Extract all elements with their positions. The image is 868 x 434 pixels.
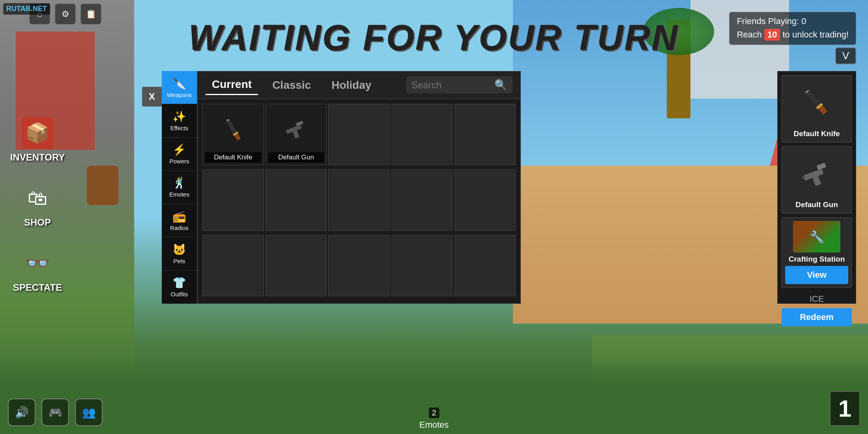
bg-barrel — [87, 166, 118, 205]
main-title: WAITING FOR YOUR TURN — [189, 18, 679, 58]
svg-rect-8 — [806, 90, 820, 107]
level-badge: 10 — [764, 29, 780, 41]
item-slot-6[interactable] — [202, 169, 264, 231]
right-item-gun[interactable]: Default Gun — [782, 146, 852, 213]
tab-holiday[interactable]: Holiday — [325, 76, 378, 95]
category-effects[interactable]: ✨ Effects — [162, 104, 197, 137]
category-radios[interactable]: 📻 Radios — [162, 204, 197, 237]
spectate-label: SPECTATE — [13, 282, 62, 293]
history-button[interactable]: 📋 — [80, 3, 102, 25]
item-slot-4[interactable] — [391, 104, 453, 165]
right-knife-name: Default Knife — [793, 129, 840, 138]
category-sidebar: 🔪 Weapons ✨ Effects ⚡ Powers 🕺 Emotes 📻 … — [162, 71, 197, 304]
ice-label: ICE — [810, 294, 824, 304]
crafting-station-image: 🔧 — [793, 221, 840, 253]
right-knife-image — [793, 80, 840, 127]
top-right-info: Friends Playing: 0 Reach 10 to unlock tr… — [729, 12, 856, 45]
player-badge: V — [835, 47, 856, 64]
search-box: 🔍 — [406, 77, 513, 94]
item-slot-11[interactable] — [202, 235, 264, 296]
knife-image — [219, 107, 247, 152]
item-default-gun[interactable]: Default Gun — [266, 104, 327, 165]
crafting-station-box: 🔧 Crafting Station View — [782, 217, 852, 288]
effects-icon: ✨ — [172, 110, 186, 123]
svg-rect-13 — [816, 163, 826, 170]
category-powers[interactable]: ⚡ Powers — [162, 138, 197, 171]
category-pets[interactable]: 🐱 Pets — [162, 237, 197, 270]
sidebar-item-shop[interactable]: 🛍 SHOP — [8, 176, 67, 235]
tabs-row: Current Classic Holiday 🔍 — [198, 71, 520, 99]
effects-label: Effects — [170, 125, 189, 131]
bottom-center-emotes: 2 Emotes — [419, 408, 449, 430]
item-slot-12[interactable] — [266, 235, 327, 296]
right-gun-name: Default Gun — [795, 200, 838, 209]
right-item-knife[interactable]: Default Knife — [782, 75, 852, 142]
item-slot-8[interactable] — [328, 169, 390, 231]
outfits-label: Outfits — [171, 291, 188, 297]
category-emotes[interactable]: 🕺 Emotes — [162, 171, 197, 204]
tab-classic[interactable]: Classic — [266, 76, 317, 95]
shop-icon: 🛍 — [22, 182, 53, 214]
item-slot-3[interactable] — [328, 104, 390, 165]
item-name-knife: Default Knife — [205, 152, 261, 163]
item-slot-14[interactable] — [391, 235, 453, 296]
site-logo: RUTAB.NET — [3, 3, 50, 15]
settings-button[interactable]: ⚙ — [54, 3, 76, 25]
unlock-trading-row: Reach 10 to unlock trading! — [737, 29, 849, 41]
search-input[interactable] — [412, 80, 490, 91]
radios-icon: 📻 — [172, 210, 186, 223]
inventory-panel: Current Classic Holiday 🔍 Default Kni — [197, 71, 521, 304]
weapons-icon: 🔪 — [172, 77, 186, 90]
item-slot-13[interactable] — [328, 235, 390, 296]
unlock-reach-text: Reach — [737, 30, 762, 40]
tab-current[interactable]: Current — [206, 75, 258, 95]
item-slot-7[interactable] — [266, 169, 327, 231]
left-sidebar: 📦 INVENTORY 🛍 SHOP 👓 SPECTATE — [8, 110, 67, 300]
category-weapons[interactable]: 🔪 Weapons — [162, 71, 197, 104]
redeem-button[interactable]: Redeem — [782, 308, 852, 326]
radios-label: Radios — [170, 224, 189, 231]
friends-playing-text: Friends Playing: 0 — [737, 16, 849, 26]
inventory-icon: 📦 — [22, 117, 53, 149]
view-button[interactable]: View — [785, 266, 848, 284]
gamepad-button[interactable]: 🎮 — [41, 398, 69, 426]
unlock-suffix-text: to unlock trading! — [782, 30, 849, 40]
spectate-icon: 👓 — [22, 247, 53, 279]
item-default-knife[interactable]: Default Knife — [202, 104, 264, 165]
sound-button[interactable]: 🔊 — [8, 398, 36, 426]
crafting-station-name: Crafting Station — [789, 255, 845, 264]
sidebar-item-spectate[interactable]: 👓 SPECTATE — [8, 241, 67, 300]
emotes-icon: 🕺 — [172, 176, 186, 189]
right-panel: Default Knife Default Gun 🔧 Crafting Sta… — [777, 71, 856, 304]
bottom-left-buttons: 🔊 🎮 👥 — [8, 398, 103, 426]
items-grid: Default Knife Default Gun — [198, 99, 520, 303]
shop-label: SHOP — [24, 217, 51, 228]
players-button[interactable]: 👥 — [75, 398, 103, 426]
pets-label: Pets — [173, 258, 185, 264]
item-slot-9[interactable] — [391, 169, 453, 231]
bottom-right-number: 1 — [830, 391, 860, 426]
svg-rect-0 — [226, 120, 237, 134]
inventory-label: INVENTORY — [10, 152, 65, 163]
emotes-label: Emotes — [169, 191, 189, 198]
item-slot-10[interactable] — [454, 169, 516, 231]
category-outfits[interactable]: 👕 Outfits — [162, 271, 197, 304]
emote-count: 2 — [428, 408, 439, 418]
powers-label: Powers — [169, 158, 189, 165]
svg-rect-6 — [293, 130, 299, 138]
close-button[interactable]: X — [142, 87, 162, 107]
search-icon: 🔍 — [494, 79, 507, 91]
emote-label: Emotes — [419, 420, 449, 430]
item-name-gun: Default Gun — [268, 152, 324, 163]
gun-image — [282, 107, 310, 152]
right-gun-image — [793, 151, 840, 198]
item-slot-15[interactable] — [454, 235, 516, 296]
pets-icon: 🐱 — [172, 243, 186, 256]
title-bar: WAITING FOR YOUR TURN — [189, 18, 679, 58]
item-slot-5[interactable] — [454, 104, 516, 165]
powers-icon: ⚡ — [172, 143, 186, 156]
weapons-label: Weapons — [167, 92, 192, 98]
sidebar-item-inventory[interactable]: 📦 INVENTORY — [8, 110, 67, 170]
outfits-icon: 👕 — [172, 276, 186, 289]
